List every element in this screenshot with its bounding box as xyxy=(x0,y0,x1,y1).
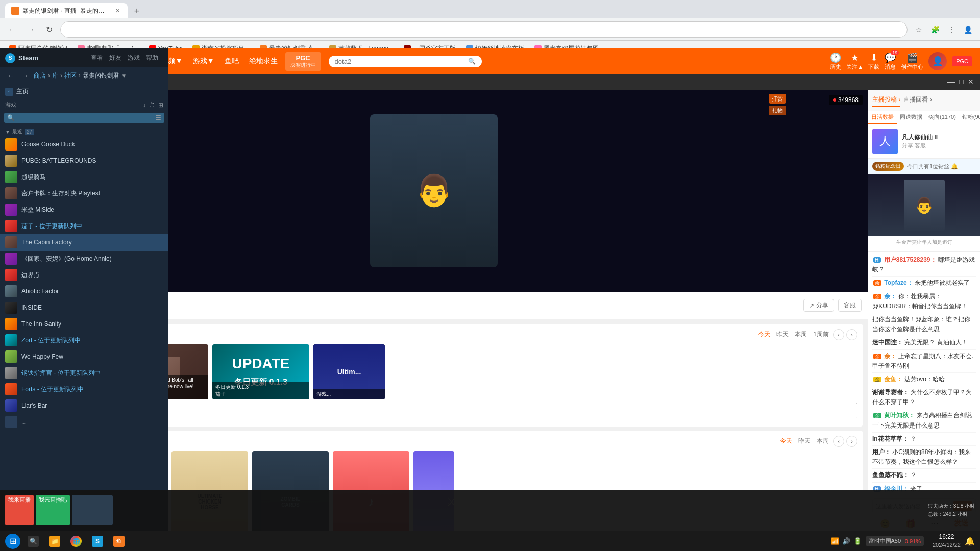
data-tab-prize[interactable]: 奖向(1170) xyxy=(925,111,959,124)
forward-btn[interactable]: → xyxy=(23,22,38,37)
live-dot xyxy=(833,98,836,102)
news-next-btn[interactable]: › xyxy=(846,329,857,340)
nav-pubg[interactable]: 绝地求生 xyxy=(249,55,278,68)
filter-icon[interactable]: ☰ xyxy=(156,114,161,121)
bookmark-star-icon[interactable]: ☆ xyxy=(912,22,926,37)
creator-btn[interactable]: 🎬 创作中心 xyxy=(901,52,923,71)
douyu-search[interactable]: 🔍 xyxy=(329,56,482,67)
game-item-happy[interactable]: We Happy Few xyxy=(0,348,168,365)
data-tab-fans[interactable]: 钻粉(90) xyxy=(959,111,980,124)
taskbar-search[interactable]: 🔍 xyxy=(24,533,42,549)
gift-btn-overlay[interactable]: 礼物 xyxy=(769,106,786,115)
follow-btn[interactable]: ★ 关注▲ xyxy=(846,52,863,71)
game-item-goosegooseduck[interactable]: Goose Goose Duck xyxy=(0,136,168,153)
game-item-miside[interactable]: 米垒 MiSide xyxy=(0,202,168,218)
steam-breadcrumb-current[interactable]: 暴走的银剑君 ▼ xyxy=(83,71,127,80)
search-submit-icon[interactable]: 🔍 xyxy=(468,58,476,65)
game-item-inn[interactable]: The Inn-Sanity xyxy=(0,316,168,332)
recent-tab-yesterday[interactable]: 昨天 xyxy=(798,437,811,445)
game-item-cabin[interactable]: The Cabin Factory xyxy=(0,234,168,251)
game-item-unknown[interactable]: ... xyxy=(0,414,168,430)
steam-breadcrumb-library[interactable]: 库 xyxy=(52,71,58,80)
game-item-border[interactable]: 边界点 xyxy=(0,267,168,283)
network-icon[interactable]: 📶 xyxy=(831,537,839,545)
message-btn[interactable]: 💬 消息 19 xyxy=(885,52,896,71)
game-item-abiotic[interactable]: Abiotic Factor xyxy=(0,283,168,299)
sidebar-main-menu[interactable]: ⌂ 主页 xyxy=(0,84,168,99)
nav-fishbar[interactable]: 鱼吧 xyxy=(225,55,239,68)
new-tab-btn[interactable]: + xyxy=(130,4,144,18)
profile-tab-posts[interactable]: 主播投稿 › xyxy=(872,94,900,107)
game-item-qiezi[interactable]: 茄子 - 位于更新队列中 xyxy=(0,218,168,234)
share-btn[interactable]: ↗ 分享 xyxy=(803,299,834,312)
section-expand-icon[interactable]: ▼ xyxy=(5,129,10,135)
data-tab-daily[interactable]: 日活数据 xyxy=(868,111,897,124)
maximize-btn[interactable]: □ xyxy=(960,78,964,87)
data-tab-send[interactable]: 同送数据 xyxy=(897,111,925,124)
taskbar-chrome[interactable]: 🌐 xyxy=(67,533,85,549)
game-item-pubg[interactable]: PUBG: BATTLEGROUNDS xyxy=(0,153,168,169)
douyu-pgc[interactable]: PGC 决赛进行中 xyxy=(285,52,321,71)
steam-nav-view[interactable]: 查看 xyxy=(91,54,103,62)
news-prev-btn[interactable]: ‹ xyxy=(833,329,844,340)
volume-icon[interactable]: 🔊 xyxy=(842,537,850,545)
history-btn[interactable]: 🕐 历史 xyxy=(830,52,841,71)
recent-next-btn[interactable]: › xyxy=(846,436,857,447)
grid-icon[interactable]: ⊞ xyxy=(158,102,163,109)
game-search-input[interactable] xyxy=(17,114,154,121)
steam-breadcrumb-store[interactable]: 商店 xyxy=(34,71,46,80)
steam-nav-games[interactable]: 游戏 xyxy=(128,54,140,62)
recent-tab-week[interactable]: 本周 xyxy=(817,437,829,445)
steam-forward-btn[interactable]: → xyxy=(19,70,31,81)
news-item-4[interactable]: Ultim... 游戏... xyxy=(313,344,385,399)
refresh-btn[interactable]: ↻ xyxy=(42,22,56,37)
donate-btn-overlay[interactable]: 打赏 xyxy=(769,94,786,104)
date-tab-week[interactable]: 本周 xyxy=(795,330,807,339)
profile-icon[interactable]: 👤 xyxy=(961,22,975,37)
recent-tab-today[interactable]: 今天 xyxy=(780,437,792,445)
recent-prev-btn[interactable]: ‹ xyxy=(833,436,844,447)
game-item-horse[interactable]: 超级骑马 xyxy=(0,169,168,185)
tab-close-btn[interactable]: ✕ xyxy=(113,7,121,15)
game-item-liar[interactable]: Liar's Bar xyxy=(0,397,168,414)
streamer-face-icon: 👨 xyxy=(415,172,453,209)
minimize-btn[interactable]: — xyxy=(947,78,955,87)
steam-nav-help[interactable]: 帮助 xyxy=(146,54,158,62)
inn-name: The Inn-Sanity xyxy=(21,320,163,328)
game-item-inside[interactable]: INSIDE xyxy=(0,299,168,316)
game-item-zort[interactable]: Zort - 位于更新队列中 xyxy=(0,332,168,348)
clock-icon[interactable]: ⏱ xyxy=(149,102,155,109)
taskbar-douyu[interactable]: 鱼 xyxy=(110,533,128,549)
follow-label: 关注▲ xyxy=(846,63,863,71)
date-tab-yesterday[interactable]: 昨天 xyxy=(776,330,789,339)
taskbar-steam[interactable]: S xyxy=(89,533,106,549)
date-tab-today[interactable]: 今天 xyxy=(758,330,770,339)
steam-breadcrumb-community[interactable]: 社区 xyxy=(64,71,77,80)
date-tab-lastweek[interactable]: 1周前 xyxy=(813,330,829,339)
nav-games[interactable]: 游戏▼ xyxy=(193,55,214,68)
address-bar[interactable]: douyu.com/2517837_r=0.34346788679809&dys… xyxy=(60,21,908,38)
report-btn[interactable]: 客服 xyxy=(838,299,862,312)
game-item-forts[interactable]: Forts - 位于更新队列中 xyxy=(0,381,168,397)
download-btn[interactable]: ⬇ 下载 xyxy=(868,52,879,71)
user-avatar[interactable]: 👤 xyxy=(928,52,947,70)
game-item-steel[interactable]: 钢铁指挥官 - 位于更新队列中 xyxy=(0,365,168,381)
active-tab[interactable]: 暴走的银剑君 · 直播_暴走的银... - Douyu ✕ xyxy=(5,3,128,18)
extension-icon[interactable]: 🧩 xyxy=(928,22,942,37)
steam-nav-friends[interactable]: 好友 xyxy=(109,54,121,62)
game-sort-icon[interactable]: ↓ xyxy=(143,102,146,109)
menu-icon[interactable]: ⋮ xyxy=(944,22,959,37)
battery-icon[interactable]: 🔋 xyxy=(853,537,862,545)
douyu-search-input[interactable] xyxy=(335,58,465,65)
notification-btn[interactable]: 🔔 xyxy=(965,536,975,546)
close-btn[interactable]: ✕ xyxy=(968,78,974,87)
game-item-gohome[interactable]: 《回家、安妮》(Go Home Annie) xyxy=(0,251,168,267)
game-item-playtest[interactable]: 密户卡牌：生存对决 Playtest xyxy=(0,185,168,202)
address-input[interactable]: douyu.com/2517837_r=0.34346788679809&dys… xyxy=(67,26,901,33)
steam-back-btn[interactable]: ← xyxy=(5,70,16,81)
profile-tab-replay[interactable]: 直播回看 › xyxy=(903,94,932,107)
taskbar-files[interactable]: 📁 xyxy=(46,533,63,549)
back-btn[interactable]: ← xyxy=(5,22,19,37)
news-item-3[interactable]: UPDATE冬日更新 0.1.3 冬日更新 0.1.3 茄子 xyxy=(212,344,309,399)
start-btn[interactable]: ⊞ xyxy=(5,534,20,549)
